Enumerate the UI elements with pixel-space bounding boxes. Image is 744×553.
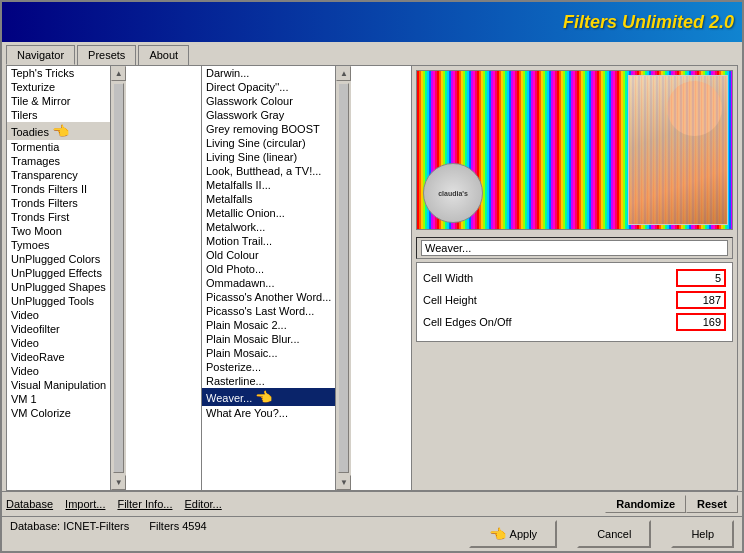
filter-item[interactable]: Plain Mosaic 2...: [202, 318, 335, 332]
statusbar: Database: ICNET-Filters Filters 4594 👈 A…: [2, 516, 742, 551]
list-item[interactable]: Tilers: [7, 108, 110, 122]
filter-item[interactable]: Metalfalls II...: [202, 178, 335, 192]
filters-panel: Darwin... Direct Opacity''... Glasswork …: [202, 66, 412, 490]
list-item-unplugged-shapes[interactable]: UnPlugged Shapes: [7, 280, 110, 294]
reset-button[interactable]: Reset: [686, 495, 738, 513]
filter-item[interactable]: Look, Butthead, a TV!...: [202, 164, 335, 178]
categories-scrollbar[interactable]: ▲ ▼: [110, 66, 126, 490]
filter-item[interactable]: Glasswork Gray: [202, 108, 335, 122]
list-item[interactable]: Two Moon: [7, 224, 110, 238]
list-item-unplugged-tools[interactable]: UnPlugged Tools: [7, 294, 110, 308]
filter-item[interactable]: Glasswork Colour: [202, 94, 335, 108]
list-item[interactable]: UnPlugged Colors: [7, 252, 110, 266]
filter-item[interactable]: Plain Mosaic Blur...: [202, 332, 335, 346]
scroll-down-arrow[interactable]: ▼: [336, 475, 351, 490]
tab-about[interactable]: About: [138, 45, 189, 65]
filter-item[interactable]: Rasterline...: [202, 374, 335, 388]
list-item[interactable]: Teph's Tricks: [7, 66, 110, 80]
filters-scroll-area: Darwin... Direct Opacity''... Glasswork …: [202, 66, 411, 490]
filter-item[interactable]: Picasso's Another Word...: [202, 290, 335, 304]
list-item-transparency[interactable]: Transparency: [7, 168, 110, 182]
help-button[interactable]: Help: [671, 520, 734, 548]
list-item[interactable]: Tile & Mirror: [7, 94, 110, 108]
preview-area: claudia's: [416, 70, 733, 230]
list-item[interactable]: Video: [7, 336, 110, 350]
scroll-up-arrow[interactable]: ▲: [336, 66, 351, 81]
pointer-icon-weaver: 👈: [255, 389, 272, 405]
database-link[interactable]: Database: [6, 498, 53, 510]
filter-item[interactable]: Ommadawn...: [202, 276, 335, 290]
import-link[interactable]: Import...: [65, 498, 105, 510]
filter-item[interactable]: Plain Mosaic...: [202, 346, 335, 360]
cell-width-row: Cell Width 5: [423, 269, 726, 287]
cell-height-row: Cell Height 187: [423, 291, 726, 309]
main-window: Filters Unlimited 2.0 Navigator Presets …: [0, 0, 744, 553]
settings-panel: Cell Width 5 Cell Height 187 Cell Edges …: [416, 262, 733, 342]
list-item-toadies[interactable]: Toadies 👈: [7, 122, 110, 140]
list-item[interactable]: Videofilter: [7, 322, 110, 336]
filter-item-motion-trail[interactable]: Motion Trail...: [202, 234, 335, 248]
list-item[interactable]: Visual Manipulation: [7, 378, 110, 392]
list-item[interactable]: Tronds First: [7, 210, 110, 224]
filter-item[interactable]: Direct Opacity''...: [202, 80, 335, 94]
cell-width-value[interactable]: 5: [676, 269, 726, 287]
filters-scrollbar[interactable]: ▲ ▼: [335, 66, 351, 490]
filter-info-link[interactable]: Filter Info...: [117, 498, 172, 510]
filter-item-weaver[interactable]: Weaver... 👈: [202, 388, 335, 406]
list-item[interactable]: Video: [7, 364, 110, 378]
app-title: Filters Unlimited 2.0: [563, 12, 734, 33]
list-item-unplugged-effects[interactable]: UnPlugged Effects: [7, 266, 110, 280]
cell-height-label: Cell Height: [423, 294, 676, 306]
cell-edges-value[interactable]: 169: [676, 313, 726, 331]
list-item[interactable]: Tronds Filters II: [7, 182, 110, 196]
logo-badge: claudia's: [423, 163, 483, 223]
weaver-dropdown-area: Weaver...: [416, 237, 733, 259]
filter-item[interactable]: Darwin...: [202, 66, 335, 80]
filter-item-old-colour[interactable]: Old Colour: [202, 248, 335, 262]
tabbar: Navigator Presets About: [2, 42, 742, 65]
list-item[interactable]: VM 1: [7, 392, 110, 406]
database-status-label: Database: ICNET-Filters: [10, 520, 129, 548]
categories-scroll-area: Teph's Tricks Texturize Tile & Mirror Ti…: [7, 66, 201, 490]
scroll-down-arrow[interactable]: ▼: [111, 475, 126, 490]
list-item[interactable]: Texturize: [7, 80, 110, 94]
categories-list[interactable]: Teph's Tricks Texturize Tile & Mirror Ti…: [7, 66, 110, 490]
filter-item[interactable]: Metallic Onion...: [202, 206, 335, 220]
list-item[interactable]: Tymoes: [7, 238, 110, 252]
photo-stripes-overlay: [629, 76, 727, 224]
filter-item[interactable]: Metalwork...: [202, 220, 335, 234]
list-item[interactable]: VideoRave: [7, 350, 110, 364]
titlebar: Filters Unlimited 2.0: [2, 2, 742, 42]
bottom-toolbar: Database Import... Filter Info... Editor…: [2, 491, 742, 516]
scroll-thumb[interactable]: [338, 83, 349, 473]
filter-item[interactable]: Posterize...: [202, 360, 335, 374]
scroll-thumb[interactable]: [113, 83, 124, 473]
filters-list[interactable]: Darwin... Direct Opacity''... Glasswork …: [202, 66, 335, 490]
list-item[interactable]: Tronds Filters: [7, 196, 110, 210]
filter-item-grey-removing-boost[interactable]: Grey removing BOOST: [202, 122, 335, 136]
randomize-button[interactable]: Randomize: [605, 495, 686, 513]
preview-photo: [628, 75, 728, 225]
filter-item[interactable]: Living Sine (linear): [202, 150, 335, 164]
cancel-button[interactable]: Cancel: [577, 520, 651, 548]
cell-height-value[interactable]: 187: [676, 291, 726, 309]
editor-link[interactable]: Editor...: [184, 498, 221, 510]
filter-item[interactable]: Picasso's Last Word...: [202, 304, 335, 318]
filter-item[interactable]: What Are You?...: [202, 406, 335, 420]
weaver-dropdown[interactable]: Weaver...: [421, 240, 728, 256]
list-item[interactable]: Video: [7, 308, 110, 322]
filter-item[interactable]: Metalfalls: [202, 192, 335, 206]
tab-navigator[interactable]: Navigator: [6, 45, 75, 65]
right-panel: claudia's Weaver... Cell Width 5 Cell He…: [412, 66, 737, 490]
list-item[interactable]: VM Colorize: [7, 406, 110, 420]
scroll-up-arrow[interactable]: ▲: [111, 66, 126, 81]
list-item[interactable]: Tormentia: [7, 140, 110, 154]
tab-presets[interactable]: Presets: [77, 45, 136, 65]
apply-button[interactable]: 👈 Apply: [469, 520, 558, 548]
categories-panel: Teph's Tricks Texturize Tile & Mirror Ti…: [7, 66, 202, 490]
filter-item[interactable]: Old Photo...: [202, 262, 335, 276]
cell-width-label: Cell Width: [423, 272, 676, 284]
list-item[interactable]: Tramages: [7, 154, 110, 168]
photo-bg: [629, 76, 727, 224]
filter-item[interactable]: Living Sine (circular): [202, 136, 335, 150]
